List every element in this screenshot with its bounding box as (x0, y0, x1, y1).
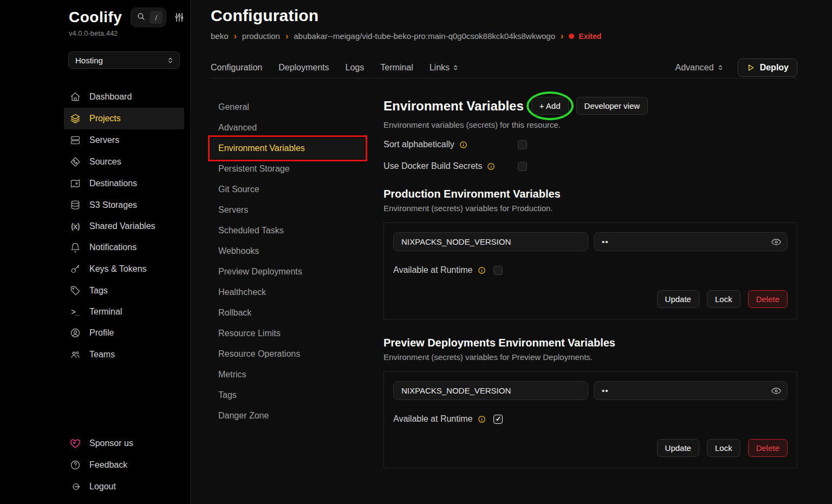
eye-icon[interactable] (771, 237, 782, 247)
preview-env-description: Environment (secrets) variables for Prev… (384, 352, 797, 362)
subnav-persistent-storage[interactable]: Persistent Storage (211, 159, 365, 179)
lock-button[interactable]: Lock (707, 439, 740, 457)
sidebar-item-teams[interactable]: Teams (64, 344, 184, 365)
delete-button[interactable]: Delete (748, 290, 788, 308)
sidebar-item-tags[interactable]: Tags (64, 280, 184, 302)
info-icon[interactable] (459, 141, 467, 149)
developer-view-button[interactable]: Developer view (576, 97, 648, 115)
env-var-card: Available at Runtime Update Lock Delete (384, 222, 797, 319)
env-var-name-input[interactable] (393, 381, 588, 400)
advanced-label: Advanced (675, 63, 713, 73)
status-badge: Exited (569, 32, 601, 41)
breadcrumb-resource[interactable]: abubakar--meigag/vid-tube-beko-pro:main-… (294, 31, 555, 41)
search-button[interactable]: / (131, 8, 166, 27)
logout-icon (69, 481, 81, 492)
sidebar-item-label: Shared Variables (89, 221, 155, 231)
sidebar-item-destinations[interactable]: Destinations (64, 173, 184, 194)
runtime-checkbox[interactable] (493, 266, 503, 275)
status-text: Exited (578, 32, 601, 41)
info-icon[interactable] (478, 415, 486, 423)
deploy-button[interactable]: Deploy (738, 58, 797, 77)
sidebar-item-shared-variables[interactable]: (x) Shared Variables (64, 216, 184, 237)
env-var-name-input[interactable] (393, 232, 588, 251)
env-var-value-input[interactable] (594, 232, 788, 251)
section-title: Environment Variables (384, 99, 524, 114)
advanced-dropdown[interactable]: Advanced (675, 63, 723, 73)
subnav-resource-operations[interactable]: Resource Operations (211, 344, 365, 364)
sidebar-item-label: Teams (89, 350, 115, 359)
tab-configuration[interactable]: Configuration (211, 63, 262, 73)
chevron-right-icon: › (561, 32, 563, 41)
chevron-updown-icon (717, 64, 724, 71)
chevron-updown-icon (167, 57, 174, 64)
subnav-git-source[interactable]: Git Source (211, 179, 365, 200)
tab-logs[interactable]: Logs (346, 63, 365, 73)
subnav-rollback[interactable]: Rollback (211, 303, 365, 323)
sidebar-nav: Dashboard Projects Servers Sources Desti… (64, 86, 184, 365)
subnav-healthcheck[interactable]: Healthcheck (211, 282, 365, 303)
docker-build-secrets-checkbox[interactable] (518, 162, 527, 171)
sidebar-item-label: Dashboard (89, 92, 132, 102)
search-icon (136, 12, 146, 23)
runtime-checkbox[interactable] (493, 415, 503, 424)
eye-icon[interactable] (771, 385, 782, 396)
subnav-resource-limits[interactable]: Resource Limits (211, 323, 365, 344)
profile-icon (69, 328, 81, 338)
sidebar-item-label: Servers (89, 135, 119, 145)
breadcrumb-team[interactable]: beko (211, 31, 229, 41)
sort-alphabetically-checkbox[interactable] (518, 140, 527, 149)
subnav-metrics[interactable]: Metrics (211, 364, 365, 385)
sidebar: Coolify / v4.0.0-beta.442 Hosting Dashbo… (0, 0, 191, 504)
sidebar-item-sponsor-us[interactable]: Sponsor us (64, 433, 184, 454)
subnav-preview-deployments[interactable]: Preview Deployments (211, 261, 365, 282)
tab-terminal[interactable]: Terminal (380, 63, 413, 73)
page-title: Configuration (211, 6, 797, 25)
subnav-webhooks[interactable]: Webhooks (211, 241, 365, 261)
add-button[interactable]: + Add (531, 97, 569, 115)
play-icon (746, 63, 755, 72)
map-icon (69, 178, 81, 189)
team-select[interactable]: Hosting (68, 51, 180, 69)
sidebar-item-label: Sponsor us (89, 438, 133, 448)
lock-button[interactable]: Lock (707, 290, 740, 308)
subnav-general[interactable]: General (211, 97, 365, 117)
update-button[interactable]: Update (657, 290, 699, 308)
subnav-environment-variables[interactable]: Environment Variables (211, 138, 365, 159)
subnav-danger-zone[interactable]: Danger Zone (211, 405, 365, 426)
sidebar-item-s3-storages[interactable]: S3 Storages (64, 194, 184, 216)
settings-sliders-icon[interactable] (174, 12, 185, 23)
sidebar-item-terminal[interactable]: >_ Terminal (64, 302, 184, 322)
subnav-advanced[interactable]: Advanced (211, 117, 365, 138)
breadcrumb-environment[interactable]: production (242, 31, 280, 41)
sidebar-item-logout[interactable]: Logout (64, 476, 184, 498)
info-icon[interactable] (478, 266, 486, 274)
layers-icon (69, 113, 81, 124)
tab-deployments[interactable]: Deployments (278, 63, 329, 73)
sidebar-item-keys-tokens[interactable]: Keys & Tokens (64, 258, 184, 280)
heart-icon (69, 438, 81, 449)
update-button[interactable]: Update (657, 439, 699, 457)
subnav-servers[interactable]: Servers (211, 200, 365, 220)
tab-links-label: Links (430, 63, 450, 73)
info-icon[interactable] (487, 162, 495, 171)
subnav-scheduled-tasks[interactable]: Scheduled Tasks (211, 220, 365, 241)
sidebar-item-profile[interactable]: Profile (64, 322, 184, 344)
toggle-label: Use Docker Build Secrets (384, 161, 482, 171)
database-icon (69, 200, 81, 211)
subnav-tags[interactable]: Tags (211, 385, 365, 405)
delete-button[interactable]: Delete (748, 439, 788, 457)
sidebar-item-sources[interactable]: Sources (64, 151, 184, 173)
tab-links[interactable]: Links (430, 63, 459, 73)
status-dot-icon (569, 34, 574, 39)
sidebar-item-label: Notifications (89, 243, 136, 252)
sidebar-item-feedback[interactable]: Feedback (64, 454, 184, 476)
sidebar-item-dashboard[interactable]: Dashboard (64, 86, 184, 108)
chevron-updown-icon (452, 64, 459, 71)
sidebar-item-servers[interactable]: Servers (64, 129, 184, 151)
production-env-description: Environment (secrets) variables for Prod… (384, 204, 797, 213)
env-var-value-input[interactable] (594, 381, 788, 400)
key-icon (69, 264, 81, 274)
sidebar-item-label: Destinations (89, 179, 137, 188)
sidebar-item-notifications[interactable]: Notifications (64, 237, 184, 258)
sidebar-item-projects[interactable]: Projects (64, 108, 184, 129)
